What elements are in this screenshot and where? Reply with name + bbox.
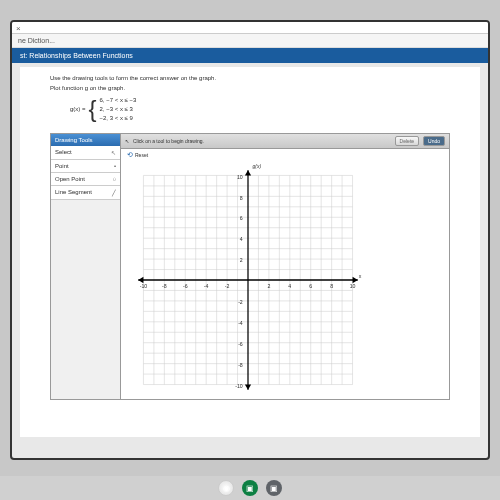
svg-text:8: 8 <box>330 283 333 289</box>
coordinate-plane[interactable]: g(x) <box>133 165 363 395</box>
chrome-icon[interactable]: ◉ <box>218 480 234 496</box>
case-3: −2, 3 < x ≤ 9 <box>100 114 137 123</box>
svg-text:-8: -8 <box>238 362 243 368</box>
svg-text:10: 10 <box>237 174 243 180</box>
svg-text:-8: -8 <box>162 283 167 289</box>
tool-select[interactable]: Select↖ <box>51 146 120 160</box>
svg-marker-43 <box>138 277 143 283</box>
undo-button[interactable]: Undo <box>423 136 445 146</box>
point-icon: • <box>114 163 116 169</box>
cursor-icon: ↖ <box>125 138 129 144</box>
panel-toolbar: ↖ Click on a tool to begin drawing. Dele… <box>121 134 449 149</box>
tools-sidebar: Drawing Tools Select↖ Point• Open Point○… <box>51 134 121 399</box>
taskbar: ◉ ▣ ▣ <box>0 476 500 500</box>
function-name: g(x) = <box>70 106 86 112</box>
svg-text:8: 8 <box>240 195 243 201</box>
plot-instruction: Plot function g on the graph. <box>50 85 450 91</box>
svg-text:4: 4 <box>288 283 291 289</box>
reset-button[interactable]: Reset <box>135 152 148 158</box>
svg-marker-42 <box>353 277 358 283</box>
tool-point[interactable]: Point• <box>51 160 120 173</box>
svg-text:6: 6 <box>240 215 243 221</box>
svg-text:2: 2 <box>267 283 270 289</box>
tool-open-point[interactable]: Open Point○ <box>51 173 120 186</box>
tool-area: Drawing Tools Select↖ Point• Open Point○… <box>50 133 450 400</box>
svg-text:-4: -4 <box>204 283 209 289</box>
svg-text:-10: -10 <box>235 383 243 389</box>
svg-text:-2: -2 <box>238 299 243 305</box>
svg-text:4: 4 <box>240 236 243 242</box>
tab-title: ne Diction... <box>12 34 488 48</box>
brace-icon: { <box>89 95 97 123</box>
app-icon-3[interactable]: ▣ <box>266 480 282 496</box>
content-area: Use the drawing tools to form the correc… <box>20 67 480 437</box>
svg-text:-10: -10 <box>140 283 148 289</box>
open-point-icon: ○ <box>112 176 116 182</box>
svg-text:-6: -6 <box>238 341 243 347</box>
case-2: 2, −3 < x ≤ 3 <box>100 105 137 114</box>
graph-panel: ↖ Click on a tool to begin drawing. Dele… <box>121 134 449 399</box>
y-axis-label: g(x) <box>253 163 262 169</box>
svg-text:10: 10 <box>350 283 356 289</box>
tool-line-segment[interactable]: Line Segment╱ <box>51 186 120 200</box>
delete-button[interactable]: Delete <box>395 136 419 146</box>
reset-icon: ⟲ <box>127 151 133 159</box>
app-icon-2[interactable]: ▣ <box>242 480 258 496</box>
svg-text:-6: -6 <box>183 283 188 289</box>
svg-text:2: 2 <box>240 257 243 263</box>
piecewise-function: g(x) = { 6, −7 < x ≤ −3 2, −3 < x ≤ 3 −2… <box>70 95 450 123</box>
case-1: 6, −7 < x ≤ −3 <box>100 96 137 105</box>
instruction-text: Use the drawing tools to form the correc… <box>50 75 450 81</box>
lesson-title: st: Relationships Between Functions <box>20 52 133 59</box>
svg-text:x: x <box>359 273 362 279</box>
svg-text:-4: -4 <box>238 320 243 326</box>
svg-marker-44 <box>245 170 251 175</box>
segment-icon: ╱ <box>112 189 116 196</box>
tools-header: Drawing Tools <box>51 134 120 146</box>
close-icon[interactable]: × <box>16 24 21 33</box>
svg-marker-45 <box>245 385 251 390</box>
hint-text: Click on a tool to begin drawing. <box>133 138 391 144</box>
browser-tab-bar: × <box>12 22 488 34</box>
svg-text:6: 6 <box>309 283 312 289</box>
lesson-header: st: Relationships Between Functions <box>12 48 488 63</box>
svg-text:-2: -2 <box>225 283 230 289</box>
select-icon: ↖ <box>111 149 116 156</box>
